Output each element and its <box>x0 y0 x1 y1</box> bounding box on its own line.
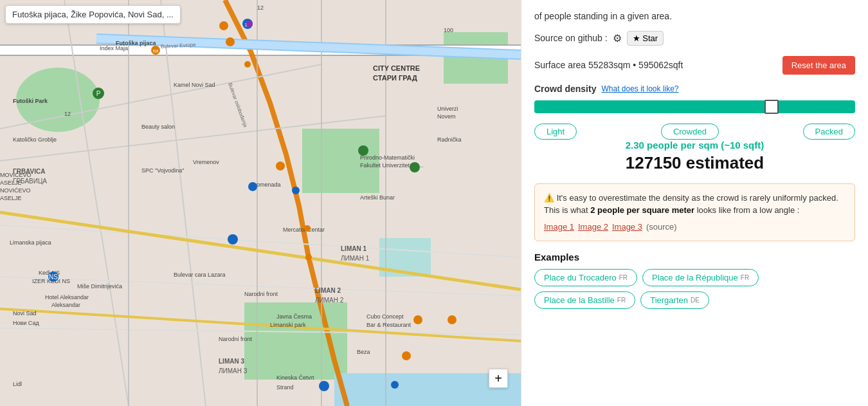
estimated-count: 127150 estimated <box>534 153 855 173</box>
svg-text:LIMAN 2: LIMAN 2 <box>315 287 341 294</box>
svg-point-101 <box>413 315 422 324</box>
people-per-sqm: 2.30 people per sqm (~10 sqft) <box>534 140 855 151</box>
svg-text:Beauty salon: Beauty salon <box>141 124 175 130</box>
svg-text:Narodni front: Narodni front <box>219 336 253 342</box>
density-light-button[interactable]: Light <box>534 124 577 140</box>
density-labels: Light Crowded Packed <box>534 124 855 140</box>
image-link-2[interactable]: Image 2 <box>578 221 608 234</box>
svg-text:SPC "Vojvodina": SPC "Vojvodina" <box>141 167 184 174</box>
svg-text:ASELJE: ASELJE <box>0 180 22 186</box>
svg-text:Lidl: Lidl <box>13 381 22 387</box>
svg-text:Univerzi: Univerzi <box>437 106 458 112</box>
warning-icon: ⚠️ <box>544 193 554 203</box>
svg-text:NOVIĆEVO: NOVIĆEVO <box>0 187 31 194</box>
slider-container <box>534 100 855 116</box>
svg-text:Kineska Četvrt: Kineska Četvrt <box>276 374 314 381</box>
svg-text:🍽: 🍽 <box>153 48 158 54</box>
source-link[interactable]: (source) <box>646 221 677 234</box>
svg-point-86 <box>248 182 257 191</box>
crowd-density-label: Crowd density <box>534 84 596 94</box>
crowd-density-row: Crowd density What does it look like? <box>534 84 855 94</box>
image-link-1[interactable]: Image 1 <box>544 221 574 234</box>
svg-text:Beza: Beza <box>357 349 370 355</box>
what-does-link[interactable]: What does it look like? <box>601 84 678 93</box>
reset-area-button[interactable]: Reset the area <box>782 56 855 75</box>
image-link-3[interactable]: Image 3 <box>612 221 642 234</box>
svg-text:Strand: Strand <box>276 384 294 391</box>
svg-text:ASELJE: ASELJE <box>0 195 22 201</box>
svg-text:Novem: Novem <box>437 113 456 120</box>
svg-text:Index Maja: Index Maja <box>100 45 128 51</box>
svg-text:Prirodno-Matematički: Prirodno-Matematički <box>360 154 415 161</box>
right-panel: of people standing in a given area. Sour… <box>521 0 868 406</box>
svg-text:Cubo Concept: Cubo Concept <box>366 313 404 320</box>
svg-text:NS: NS <box>49 273 58 281</box>
examples-section: Examples Place du Trocadero FRPlace de l… <box>534 252 855 309</box>
svg-point-90 <box>391 381 399 389</box>
svg-text:СТАРИ ГРАД: СТАРИ ГРАД <box>373 74 417 82</box>
svg-point-81 <box>305 254 312 261</box>
svg-point-100 <box>402 351 411 360</box>
svg-text:Narodni front: Narodni front <box>244 291 278 297</box>
example-button-0[interactable]: Place du Trocadero FR <box>534 269 637 286</box>
warning-text2: looks like from a low angle : <box>697 205 800 215</box>
svg-text:12: 12 <box>257 5 264 11</box>
zoom-plus-button[interactable]: + <box>489 369 508 388</box>
map-svg: Bulevar Evrope Bulevar oslobođenja ГRBAV… <box>0 0 521 406</box>
svg-point-88 <box>228 234 238 245</box>
svg-text:Miše Dimitrijevića: Miše Dimitrijevića <box>77 283 122 290</box>
svg-text:Kamel Novi Sad: Kamel Novi Sad <box>174 82 215 88</box>
surface-area-text: Surface area 55283sqm • 595062sqft <box>534 60 683 70</box>
svg-point-87 <box>292 187 300 194</box>
example-button-3[interactable]: Tiergarten DE <box>640 291 709 309</box>
svg-text:Vremenov: Vremenov <box>193 159 219 165</box>
svg-point-98 <box>219 21 228 30</box>
svg-text:Bar & Restaurant: Bar & Restaurant <box>366 322 411 328</box>
svg-text:Hotel Aleksandar: Hotel Aleksandar <box>45 294 89 300</box>
github-label: Source on github : <box>534 33 608 43</box>
intro-text: of people standing in a given area. <box>534 10 855 23</box>
svg-point-102 <box>448 315 457 324</box>
svg-rect-2 <box>302 129 379 193</box>
svg-text:100: 100 <box>444 27 453 33</box>
example-button-2[interactable]: Place de la Bastille FR <box>534 291 635 309</box>
examples-grid: Place du Trocadero FRPlace de la Républi… <box>534 269 855 309</box>
svg-point-93 <box>358 145 368 156</box>
svg-text:ЛИМАН 1: ЛИМАН 1 <box>341 255 370 262</box>
svg-point-78 <box>226 37 235 46</box>
svg-text:LIMAN 3: LIMAN 3 <box>219 358 244 365</box>
svg-text:Arteški Bunar: Arteški Bunar <box>360 194 395 201</box>
svg-text:Novi Sad: Novi Sad <box>13 310 37 317</box>
svg-text:Mercator Centar: Mercator Centar <box>283 226 325 233</box>
github-icon: ⚙ <box>613 32 622 44</box>
svg-text:P: P <box>96 90 101 97</box>
density-crowded-button[interactable]: Crowded <box>661 124 719 140</box>
github-star-button[interactable]: ★ Star <box>627 31 664 46</box>
warning-bold: 2 people per square meter <box>590 205 694 215</box>
image-links: Image 1 Image 2 Image 3 (source) <box>544 221 845 234</box>
density-packed-button[interactable]: Packed <box>803 124 855 140</box>
svg-text:12: 12 <box>64 111 71 117</box>
github-row: Source on github : ⚙ ★ Star <box>534 31 855 46</box>
warning-box: ⚠️ It's easy to overestimate the density… <box>534 183 855 242</box>
svg-text:LIMAN 1: LIMAN 1 <box>341 245 366 252</box>
svg-point-79 <box>244 61 251 68</box>
svg-text:CITY CENTRE: CITY CENTRE <box>373 64 420 72</box>
svg-text:ЛИМАН 2: ЛИМАН 2 <box>315 297 344 304</box>
svg-point-94 <box>410 162 420 172</box>
map-container[interactable]: Futoška pijaca, Žike Popovića, Novi Sad,… <box>0 0 521 406</box>
svg-text:Katoličko Groblje: Katoličko Groblje <box>13 136 57 143</box>
svg-text:Нови Сад: Нови Сад <box>13 320 39 326</box>
svg-point-89 <box>319 381 329 391</box>
svg-text:ЛИМАН 3: ЛИМАН 3 <box>219 367 248 374</box>
svg-point-80 <box>304 225 311 232</box>
svg-point-95 <box>246 21 253 27</box>
svg-text:Limanski park: Limanski park <box>270 322 306 328</box>
example-button-1[interactable]: Place de la République FR <box>642 269 759 286</box>
svg-point-99 <box>276 161 285 171</box>
map-address-bar: Futoška pijaca, Žike Popovića, Novi Sad,… <box>5 5 181 24</box>
svg-text:Limanska pijaca: Limanska pijaca <box>10 239 51 246</box>
density-slider[interactable] <box>534 100 855 113</box>
examples-title: Examples <box>534 252 855 263</box>
svg-text:Aleksandar: Aleksandar <box>51 302 80 308</box>
